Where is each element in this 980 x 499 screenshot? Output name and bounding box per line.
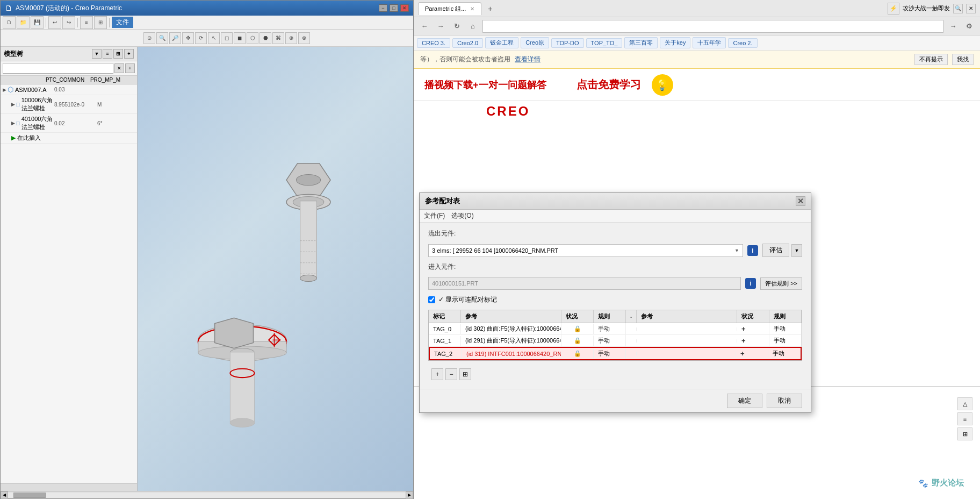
- 3d-viewport[interactable]: [138, 47, 413, 491]
- outflow-label: 流出元件:: [428, 229, 460, 238]
- zoom-out-btn[interactable]: 🔎: [169, 32, 181, 44]
- active-tab[interactable]: Parametric 组... ✕: [418, 2, 481, 15]
- menu-btn1[interactable]: ≡: [80, 16, 93, 29]
- inflow-input-row: i 评估规则 >>: [428, 277, 802, 290]
- me-btn[interactable]: 我找: [952, 54, 974, 65]
- inflow-input[interactable]: [428, 277, 741, 290]
- security-detail-link[interactable]: 查看详情: [515, 55, 541, 64]
- tree-item-insert[interactable]: ▶ 在此插入: [1, 133, 137, 144]
- new-tab-btn[interactable]: +: [485, 3, 495, 14]
- evaluate-dropdown-btn[interactable]: ▼: [791, 244, 802, 257]
- bookmark-creo2[interactable]: Creo2.0: [452, 38, 483, 48]
- file-menu[interactable]: 文件: [112, 17, 133, 28]
- dialog-options-menu[interactable]: 选项(O): [451, 211, 473, 220]
- bookmark-topto[interactable]: TOP_TO_: [586, 38, 623, 48]
- outflow-dropdown[interactable]: 3 elms: [ 29952 66 104 ]1000066420_RNM.P…: [428, 244, 743, 257]
- table-row-tag2[interactable]: TAG_2 (id 319) INTFC001:1000066420_RNM 🔒…: [429, 347, 802, 360]
- cancel-btn[interactable]: 取消: [767, 394, 802, 408]
- forward-btn[interactable]: →: [434, 20, 447, 33]
- settings-btn[interactable]: ⚙: [963, 20, 976, 33]
- new-btn[interactable]: 🗋: [3, 16, 16, 29]
- ad-icon[interactable]: 💡: [652, 74, 673, 96]
- address-bar[interactable]: [482, 20, 943, 33]
- dismiss-btn[interactable]: 不再提示: [914, 54, 948, 65]
- th-rule2: 规则: [769, 310, 802, 323]
- outflow-row: 流出元件:: [428, 229, 802, 238]
- insert-icon: ▶: [11, 134, 16, 141]
- display-btn7[interactable]: ⊗: [298, 32, 310, 44]
- scroll-track[interactable]: [8, 493, 406, 498]
- evaluate-rules-btn[interactable]: 评估规则 >>: [760, 277, 802, 290]
- browser-search-icon[interactable]: 🔍: [953, 4, 963, 13]
- display-btn2[interactable]: ◼: [234, 32, 246, 44]
- dialog-close-btn[interactable]: ✕: [796, 196, 805, 206]
- close-btn[interactable]: ✕: [400, 4, 409, 12]
- menu-bar: 🗋 📁 💾 ↩ ↪ ≡ ⊞ 文件: [1, 16, 413, 30]
- save-btn[interactable]: 💾: [31, 16, 44, 29]
- display-btn1[interactable]: ◻: [221, 32, 233, 44]
- ad-cta-text[interactable]: 点击免费学习: [577, 77, 641, 92]
- scroll-thumb[interactable]: [13, 493, 46, 498]
- table-row-tag0[interactable]: TAG_0 (id 302) 曲面:F5(导入特征):1000066420_RN…: [429, 323, 802, 335]
- display-btn6[interactable]: ⊕: [285, 32, 297, 44]
- scroll-left-btn[interactable]: ◀: [1, 491, 8, 499]
- filter-add-btn[interactable]: +: [125, 63, 135, 73]
- bookmark-300[interactable]: 第三百零: [624, 37, 658, 48]
- tree-settings-btn[interactable]: ▼: [92, 49, 102, 59]
- tab-close-btn[interactable]: ✕: [470, 6, 474, 12]
- zoom-fit-btn[interactable]: ⊙: [143, 32, 155, 44]
- bookmark-key[interactable]: 关于key: [660, 37, 690, 48]
- show-match-checkbox[interactable]: [428, 296, 435, 303]
- bookmark-creo3[interactable]: CREO 3.: [417, 38, 450, 48]
- rotate-btn[interactable]: ⟳: [195, 32, 207, 44]
- scroll-right-btn[interactable]: ▶: [406, 491, 413, 499]
- zoom-in-btn[interactable]: 🔍: [156, 32, 168, 44]
- outflow-info-btn[interactable]: i: [747, 245, 758, 256]
- browser-close-icon[interactable]: ✕: [966, 4, 976, 13]
- sidebar-title: 模型树: [4, 49, 23, 59]
- bookmark-creo-original[interactable]: Creo原: [521, 37, 549, 48]
- refresh-btn[interactable]: ↻: [450, 20, 463, 33]
- pan-btn[interactable]: ✥: [182, 32, 194, 44]
- select-btn[interactable]: ↖: [208, 32, 220, 44]
- panel-up-btn[interactable]: △: [957, 397, 972, 410]
- asm0007-label: ASM0007.A: [15, 87, 54, 93]
- tree-item-asm0007[interactable]: ▶ ⬡ ASM0007.A 0.03: [1, 84, 137, 95]
- go-btn[interactable]: →: [947, 20, 960, 33]
- tree-item-100006[interactable]: ▶ □ 100006六角法兰螺栓 8.955102e-0 M: [1, 95, 137, 114]
- home-btn[interactable]: ⌂: [466, 20, 479, 33]
- inflow-info-btn[interactable]: i: [745, 278, 756, 289]
- evaluate-btn[interactable]: 评估: [762, 244, 789, 257]
- bookmark-topdo[interactable]: TOP-DO: [551, 38, 584, 48]
- display-btn3[interactable]: ⬡: [247, 32, 258, 44]
- panel-list-btn[interactable]: ≡: [957, 412, 972, 425]
- menu-btn2[interactable]: ⊞: [94, 16, 107, 29]
- undo-btn[interactable]: ↩: [48, 16, 61, 29]
- tree-item-401000[interactable]: ▶ □ 401000六角法兰螺栓 0.02 6*: [1, 114, 137, 133]
- restore-btn[interactable]: □: [390, 4, 398, 12]
- display-btn5[interactable]: ⌘: [272, 32, 284, 44]
- ok-btn[interactable]: 确定: [727, 394, 762, 408]
- dialog-file-menu[interactable]: 文件(F): [424, 211, 445, 220]
- table-remove-btn[interactable]: −: [445, 368, 457, 380]
- table-row-tag1[interactable]: TAG_1 (id 291) 曲面:F5(导入特征):1000066420_RN…: [429, 335, 802, 347]
- tree-expand-btn[interactable]: ⊞: [113, 49, 123, 59]
- tree-add-btn[interactable]: +: [124, 49, 134, 59]
- table-grid-btn[interactable]: ⊞: [459, 368, 471, 380]
- plus-icon-0: +: [741, 325, 746, 333]
- filter-clear-btn[interactable]: ✕: [114, 63, 124, 73]
- display-btn4[interactable]: ⬣: [260, 32, 271, 44]
- dialog-body: 流出元件: 3 elms: [ 29952 66 104 ]1000066420…: [420, 223, 811, 389]
- open-btn[interactable]: 📁: [17, 16, 30, 29]
- redo-btn[interactable]: ↪: [62, 16, 75, 29]
- tree-filter-btn[interactable]: ≡: [103, 49, 112, 59]
- lock-icon-2: 🔒: [574, 350, 581, 357]
- filter-input[interactable]: [3, 63, 113, 74]
- bookmark-creo2b[interactable]: Creo 2.: [728, 38, 757, 48]
- table-add-btn[interactable]: +: [431, 368, 443, 380]
- bookmark-15year[interactable]: 十五年学: [693, 37, 726, 48]
- bookmark-sheetmetal[interactable]: 钣金工程: [485, 37, 518, 48]
- minimize-btn[interactable]: −: [379, 4, 387, 12]
- back-btn[interactable]: ←: [418, 20, 431, 33]
- panel-grid-btn[interactable]: ⊞: [957, 427, 972, 440]
